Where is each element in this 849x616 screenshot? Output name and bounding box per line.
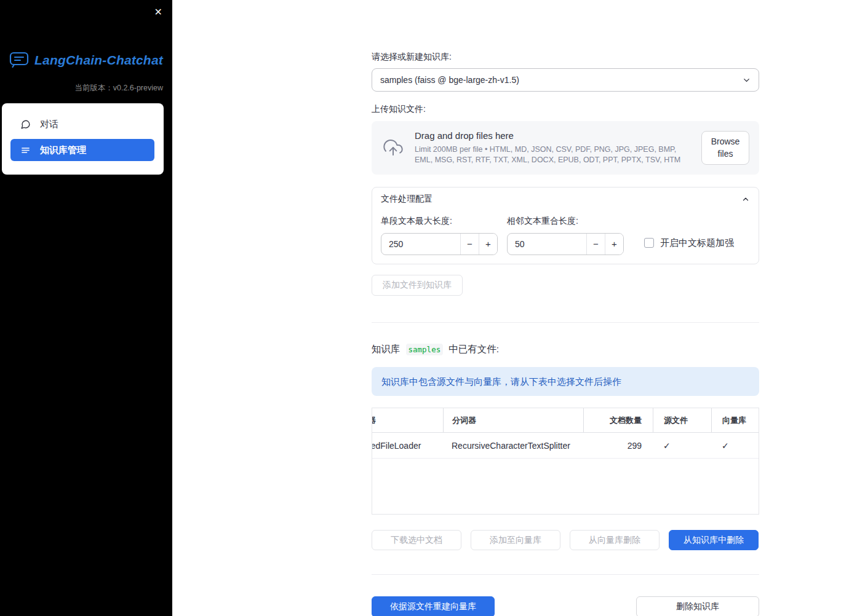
kb-select-value: samples (faiss @ bge-large-zh-v1.5)	[380, 75, 742, 85]
content-column: 请选择或新建知识库: samples (faiss @ bge-large-zh…	[372, 0, 759, 616]
chunk-size-value[interactable]: 250	[381, 234, 460, 255]
table-header-splitter: 分词器	[443, 408, 583, 432]
dropzone-title: Drag and drop files here	[415, 130, 692, 141]
file-config-expander: 文件处理配置 单段文本最大长度: 250 − +	[372, 187, 759, 264]
chevron-down-icon	[742, 76, 751, 85]
upload-cloud-icon	[381, 138, 405, 157]
sidebar-item-label: 对话	[40, 119, 58, 130]
download-selected-button[interactable]: 下载选中文档	[372, 530, 461, 550]
kb-select[interactable]: samples (faiss @ bge-large-zh-v1.5)	[372, 68, 759, 92]
close-icon: ✕	[154, 7, 162, 17]
dropzone-limit: Limit 200MB per file • HTML, MD, JSON, C…	[415, 144, 692, 165]
overlap-size-label: 相邻文本重合长度:	[507, 216, 624, 227]
existing-files-heading: 知识库 samples 中已有文件:	[372, 343, 759, 356]
delete-kb-button[interactable]: 删除知识库	[636, 596, 759, 616]
app-logo: LangChain-Chatchat	[0, 52, 172, 68]
dropzone-text: Drag and drop files here Limit 200MB per…	[415, 130, 692, 165]
list-icon	[20, 145, 31, 156]
expander-title: 文件处理配置	[381, 194, 432, 205]
cell-splitter: RecursiveCharacterTextSplitter	[443, 433, 583, 458]
overlap-size-group: 相邻文本重合长度: 50 − +	[507, 213, 624, 255]
rebuild-vector-store-button[interactable]: 依据源文件重建向量库	[372, 596, 495, 616]
table-header-row: 器 分词器 文档数量 源文件 向量库	[372, 408, 759, 433]
kb-name-code: samples	[406, 344, 444, 355]
zh-title-enhance-label: 开启中文标题加强	[660, 237, 734, 249]
overlap-size-decrement-button[interactable]: −	[586, 234, 605, 255]
zh-title-enhance-row: 开启中文标题加强	[644, 237, 734, 249]
kb-actions-row: 依据源文件重建向量库 删除知识库	[372, 596, 759, 616]
overlap-size-input[interactable]: 50 − +	[507, 233, 624, 255]
delete-from-kb-button[interactable]: 从知识库中删除	[669, 530, 759, 550]
version-label: 当前版本：v0.2.6-preview	[0, 83, 172, 93]
sidebar-item-label: 知识库管理	[40, 144, 86, 156]
chat-bubble-icon	[20, 119, 31, 130]
file-dropzone[interactable]: Drag and drop files here Limit 200MB per…	[372, 121, 759, 175]
table-row[interactable]: redFileLoader RecursiveCharacterTextSpli…	[372, 433, 759, 459]
overlap-size-value[interactable]: 50	[508, 234, 586, 255]
browse-files-button[interactable]: Browse files	[701, 131, 749, 165]
chunk-size-decrement-button[interactable]: −	[460, 234, 479, 255]
chunk-size-label: 单段文本最大长度:	[381, 216, 498, 227]
table-header-doc-count: 文档数量	[583, 408, 653, 432]
sidebar-close-button[interactable]: ✕	[152, 5, 165, 20]
existing-suffix: 中已有文件:	[448, 343, 499, 356]
logo-chat-icon	[9, 52, 29, 68]
table-header-loader: 器	[372, 408, 443, 432]
zh-title-enhance-checkbox[interactable]	[644, 238, 654, 248]
overlap-size-increment-button[interactable]: +	[605, 234, 623, 255]
cell-loader: redFileLoader	[372, 433, 443, 458]
table-header-source-file: 源文件	[653, 408, 711, 432]
divider	[372, 574, 759, 575]
cell-doc-count: 299	[583, 433, 653, 458]
chunk-size-increment-button[interactable]: +	[479, 234, 497, 255]
upload-label: 上传知识文件:	[372, 104, 759, 115]
sidebar-item-kb-management[interactable]: 知识库管理	[10, 139, 154, 161]
table-header-vector-store: 向量库	[711, 408, 759, 432]
add-to-vector-store-button[interactable]: 添加至向量库	[471, 530, 560, 550]
info-banner: 知识库中包含源文件与向量库，请从下表中选择文件后操作	[372, 367, 759, 397]
chevron-up-icon	[741, 195, 750, 203]
divider	[372, 322, 759, 323]
cell-vector-store-check: ✓	[711, 433, 759, 458]
expander-header[interactable]: 文件处理配置	[372, 188, 759, 211]
app-root: ✕ LangChain-Chatchat 当前版本：v0.2.6-preview…	[0, 0, 849, 616]
remove-from-vector-store-button[interactable]: 从向量库删除	[570, 530, 660, 550]
existing-prefix: 知识库	[372, 343, 401, 356]
sidebar-menu: 对话 知识库管理	[2, 103, 164, 175]
expander-body: 单段文本最大长度: 250 − + 相邻文本重合长度: 50 − +	[372, 211, 759, 264]
file-actions-row: 下载选中文档 添加至向量库 从向量库删除 从知识库中删除	[372, 530, 759, 550]
files-table: 器 分词器 文档数量 源文件 向量库 redFileLoader Recursi…	[372, 408, 759, 515]
cell-source-file-check: ✓	[653, 433, 711, 458]
sidebar-item-chat[interactable]: 对话	[2, 111, 164, 138]
main-content: 请选择或新建知识库: samples (faiss @ bge-large-zh…	[172, 0, 849, 616]
sidebar: ✕ LangChain-Chatchat 当前版本：v0.2.6-preview…	[0, 0, 172, 616]
chunk-size-input[interactable]: 250 − +	[381, 233, 498, 255]
add-files-button[interactable]: 添加文件到知识库	[372, 275, 463, 296]
chunk-size-group: 单段文本最大长度: 250 − +	[381, 213, 498, 255]
logo-text: LangChain-Chatchat	[34, 53, 163, 68]
kb-select-label: 请选择或新建知识库:	[372, 52, 759, 63]
